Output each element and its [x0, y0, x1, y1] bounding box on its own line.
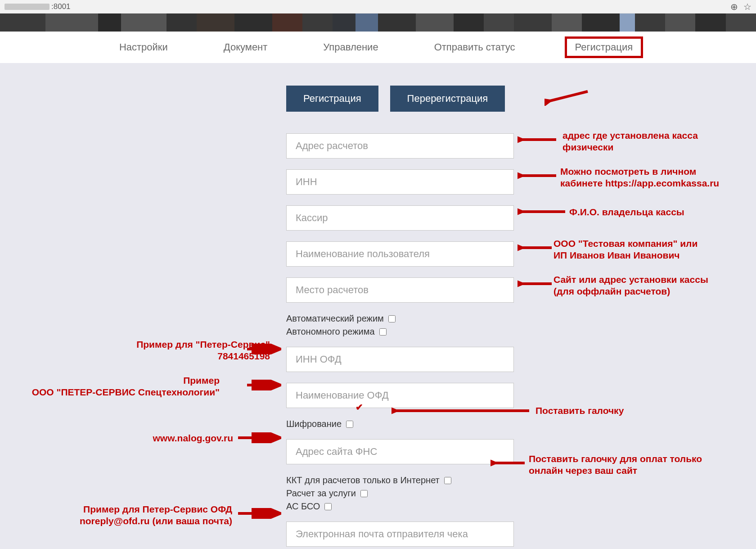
annot-inn-ofd: Пример для "Петер-Сервис"7841465198: [72, 339, 270, 363]
arrow-reregister: [544, 88, 590, 106]
url-port: :8001: [51, 2, 71, 11]
auto-mode-row: Автоматический режим: [286, 313, 515, 324]
arrow-username: [518, 242, 554, 253]
annot-inn: Можно посмотреть в личномкабинете https:…: [560, 166, 719, 190]
encryption-row: Шифрование: [286, 419, 515, 429]
address-input[interactable]: [286, 133, 514, 159]
as-bso-label: АС БСО: [286, 501, 320, 512]
nav-management[interactable]: Управление: [317, 38, 384, 57]
annot-username: ООО "Тестовая компания" илиИП Иванов Ива…: [554, 238, 698, 262]
encryption-label: Шифрование: [286, 419, 342, 429]
autonomous-mode-checkbox[interactable]: [379, 328, 387, 336]
email-sender-input[interactable]: [286, 522, 514, 547]
registration-form: Регистрация Перерегистрация Автоматическ…: [286, 86, 515, 549]
services-row: Расчет за услуги: [286, 488, 515, 499]
annot-address: адрес где установлена кассафизически: [562, 130, 698, 154]
autonomous-mode-row: Автономного режима: [286, 327, 515, 337]
as-bso-checkbox[interactable]: [324, 503, 332, 510]
arrow-name-ofd: [245, 380, 281, 390]
content-area: Регистрация Перерегистрация Автоматическ…: [0, 63, 756, 549]
nav-settings[interactable]: Настройки: [113, 38, 174, 57]
inn-input[interactable]: [286, 169, 514, 195]
annot-kkt-internet: Поставить галочку для оплат толькоонлайн…: [529, 453, 702, 477]
cashier-input[interactable]: [286, 205, 514, 231]
arrow-fns-site: [236, 432, 281, 443]
services-label: Расчет за услуги: [286, 488, 356, 499]
encryption-checkbox[interactable]: [346, 421, 353, 428]
auto-mode-checkbox[interactable]: [388, 315, 396, 322]
arrow-cashier: [518, 206, 567, 217]
zoom-icon[interactable]: ⊕: [730, 1, 738, 12]
url-blurred-host: [4, 4, 50, 10]
auto-mode-label: Автоматический режим: [286, 313, 384, 324]
browser-controls: ⊕ ☆: [730, 1, 752, 12]
internet-checks: ККТ для расчетов только в Интернет Расче…: [286, 475, 515, 512]
annot-place: Сайт или адрес установки кассы(для оффла…: [554, 274, 708, 298]
annot-encryption: Поставить галочку: [536, 405, 624, 417]
services-checkbox[interactable]: [360, 490, 368, 497]
annot-cashier: Ф.И.О. владельца кассы: [569, 206, 684, 218]
browser-address-bar: :8001 ⊕ ☆: [0, 0, 756, 14]
username-input[interactable]: [286, 241, 514, 267]
arrow-address: [518, 134, 558, 145]
nav-document[interactable]: Документ: [217, 38, 274, 57]
kkt-internet-checkbox[interactable]: [444, 477, 451, 484]
register-button[interactable]: Регистрация: [286, 86, 378, 112]
place-input[interactable]: [286, 277, 514, 303]
arrow-place: [518, 278, 554, 289]
star-icon[interactable]: ☆: [743, 1, 752, 12]
inn-ofd-input[interactable]: [286, 347, 514, 372]
annot-name-ofd: ПримерООО "ПЕТЕР-СЕРВИС Спецтехнологии": [22, 375, 220, 399]
encryption-check-mark-icon: ✔: [356, 402, 363, 413]
mode-checks: Автоматический режим Автономного режима: [286, 313, 515, 337]
annot-fns-site: www.nalog.gov.ru: [116, 432, 233, 444]
main-nav: Настройки Документ Управление Отправить …: [0, 32, 756, 63]
reregister-button[interactable]: Перерегистрация: [390, 86, 505, 112]
svg-line-1: [548, 91, 588, 101]
arrow-inn: [518, 170, 558, 181]
kkt-internet-row: ККТ для расчетов только в Интернет: [286, 475, 515, 485]
header-banner: [0, 14, 756, 32]
form-action-row: Регистрация Перерегистрация: [286, 86, 515, 112]
name-ofd-input[interactable]: [286, 383, 514, 408]
nav-registration[interactable]: Регистрация: [565, 36, 644, 58]
arrow-email-sender: [236, 508, 281, 519]
nav-send-status[interactable]: Отправить статус: [428, 38, 522, 57]
as-bso-row: АС БСО: [286, 501, 515, 512]
fns-site-input[interactable]: [286, 439, 514, 464]
kkt-internet-label: ККТ для расчетов только в Интернет: [286, 475, 440, 485]
autonomous-mode-label: Автономного режима: [286, 327, 375, 337]
annot-email-sender: Пример для Петер-Сервис ОФДnoreply@ofd.r…: [43, 504, 232, 527]
